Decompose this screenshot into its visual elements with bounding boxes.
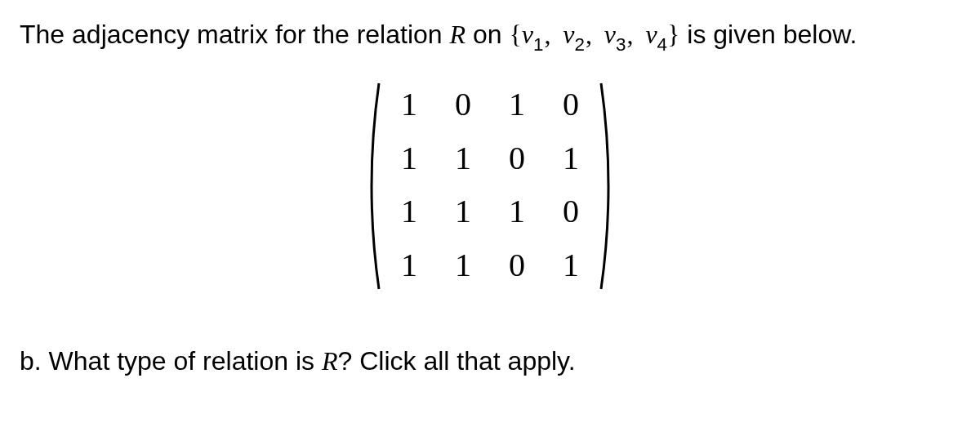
cell-0-3: 0 <box>560 88 581 124</box>
sub-3: 3 <box>616 34 626 55</box>
relation-symbol: R <box>449 20 466 49</box>
sub-4: 4 <box>657 34 667 55</box>
cell-1-3: 1 <box>560 142 581 178</box>
cell-2-3: 0 <box>560 195 581 231</box>
cell-3-3: 1 <box>560 249 581 285</box>
cell-1-1: 1 <box>452 142 474 178</box>
cell-3-1: 1 <box>452 249 474 285</box>
sub-2: 2 <box>575 34 585 55</box>
cell-0-0: 1 <box>399 88 420 124</box>
var-v3: v <box>604 20 616 49</box>
left-paren-icon <box>361 80 382 292</box>
question-b-prefix: b. What type of relation is <box>20 346 322 376</box>
set-close-brace: } <box>667 20 679 49</box>
cell-2-0: 1 <box>399 195 420 231</box>
set-open-brace: { <box>509 20 521 49</box>
cell-2-1: 1 <box>452 195 474 231</box>
cell-3-2: 0 <box>506 249 528 285</box>
intro-suffix: is given below. <box>679 20 857 49</box>
question-b-suffix: ? Click all that apply. <box>338 346 576 376</box>
cell-0-2: 1 <box>506 88 528 124</box>
matrix-container: 1 0 1 0 1 1 0 1 1 1 1 0 1 1 0 1 <box>20 80 960 292</box>
var-v2: v <box>563 20 574 49</box>
comma-1: , <box>544 20 550 49</box>
var-v1: v <box>522 20 533 49</box>
intro-text: The adjacency matrix for the relation R … <box>20 15 960 57</box>
sub-1: 1 <box>533 34 543 55</box>
cell-3-0: 1 <box>399 249 420 285</box>
cell-0-1: 0 <box>452 88 474 124</box>
var-v4: v <box>645 20 657 49</box>
adjacency-matrix: 1 0 1 0 1 1 0 1 1 1 1 0 1 1 0 1 <box>361 80 619 292</box>
intro-prefix: The adjacency matrix for the relation <box>20 20 449 49</box>
intro-mid: on <box>466 20 509 49</box>
question-b-relation-symbol: R <box>322 346 338 376</box>
comma-2: , <box>586 20 592 49</box>
question-b: b. What type of relation is R? Click all… <box>20 341 960 380</box>
cell-1-0: 1 <box>399 142 420 178</box>
matrix-grid: 1 0 1 0 1 1 0 1 1 1 1 0 1 1 0 1 <box>382 80 598 292</box>
cell-1-2: 0 <box>506 142 528 178</box>
comma-3: , <box>627 20 634 49</box>
cell-2-2: 1 <box>506 195 528 231</box>
right-paren-icon <box>598 80 619 292</box>
